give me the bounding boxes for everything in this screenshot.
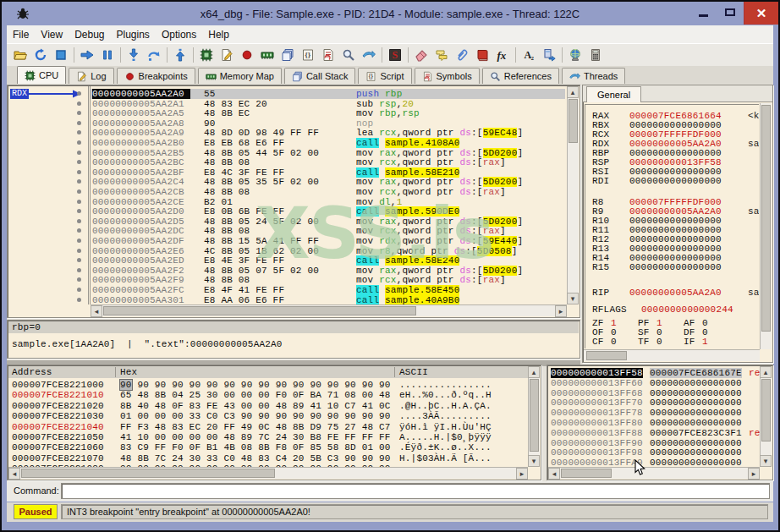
toolbar-symbols-button[interactable]: [318, 46, 338, 65]
minimize-button[interactable]: [691, 2, 716, 23]
title-bar[interactable]: x64_dbg - File: Sample.exe - PID: 21D4 -…: [2, 2, 778, 25]
flags-row[interactable]: OF0SF0DF0: [585, 327, 759, 337]
toolbar-comments-button[interactable]: [431, 46, 452, 65]
register-row[interactable]: RCX000007FFFFFDF000: [585, 129, 759, 139]
breakpoint-dot[interactable]: [77, 219, 81, 223]
scroll-up-button[interactable]: ▴: [567, 86, 579, 98]
breakpoint-dot[interactable]: [77, 298, 81, 302]
register-row[interactable]: RAX000007FCE6861664<k: [585, 111, 759, 120]
toolbar-execute-till-return-button[interactable]: [170, 46, 190, 65]
disassembly-row[interactable]: 00000000005AA2B0E8 EB 68 E6 FFcall sampl…: [91, 138, 565, 148]
tab-references[interactable]: References: [482, 68, 559, 84]
breakpoint-dot[interactable]: [77, 111, 81, 115]
stack-row[interactable]: 000000000013FF58000007FCE686167Ere: [548, 368, 759, 378]
scroll-down-button[interactable]: ▾: [528, 455, 540, 467]
dump-column-header[interactable]: Address: [12, 367, 52, 377]
scroll-left-button[interactable]: ◂: [548, 468, 560, 480]
stack-vscrollbar[interactable]: ▴▾: [760, 366, 772, 467]
stack-row[interactable]: 000000000013FF900000000000000000: [548, 438, 759, 448]
tab-symbols[interactable]: Symbols: [415, 68, 480, 84]
tab-threads[interactable]: Threads: [562, 68, 625, 84]
toolbar-update-button[interactable]: [565, 46, 585, 65]
tab-call-stack[interactable]: Call Stack: [284, 68, 356, 84]
toolbar-threads-button[interactable]: [359, 46, 379, 65]
breakpoint-dot[interactable]: [77, 209, 81, 213]
maximize-button[interactable]: [717, 2, 743, 23]
toolbar-call-stack-button[interactable]: [277, 46, 298, 65]
disassembly-row[interactable]: 00000000005AA2D548 8B 05 24 5F 02 00mov …: [91, 217, 565, 227]
disassembly-row[interactable]: 00000000005AA2C448 8B 05 35 5F 02 00mov …: [91, 177, 565, 187]
scrollbar-thumb[interactable]: [761, 379, 771, 442]
menu-help[interactable]: Help: [202, 26, 235, 43]
breakpoint-dot[interactable]: [77, 121, 81, 125]
dump-row[interactable]: 000007FCE822100090 90 90 90 90 90 90 90 …: [8, 380, 527, 390]
toolbar-attach-button[interactable]: [452, 46, 472, 65]
dump-row[interactable]: 000007FCE822107048 8B 7C 24 30 33 C0 48 …: [8, 453, 527, 463]
toolbar-step-into-button[interactable]: [124, 46, 144, 65]
registers-vscrollbar[interactable]: [760, 103, 772, 349]
register-row[interactable]: R120000000000000000: [585, 234, 759, 244]
registers-list[interactable]: RAX000007FCE6861664<kRBX0000000000000000…: [585, 104, 759, 348]
dump-hscrollbar[interactable]: ◂▸: [8, 467, 528, 479]
toolbar-restart-button[interactable]: [30, 46, 51, 65]
toolbar-close-button[interactable]: [51, 46, 71, 65]
breakpoint-dot[interactable]: [77, 277, 81, 282]
dump-row[interactable]: 000007FCE822106083 C9 FF F0 0F B1 4B 08 …: [8, 442, 527, 452]
menu-plugins[interactable]: Plugins: [111, 26, 156, 43]
dump-column-header[interactable]: Hex: [120, 367, 137, 377]
tab-breakpoints[interactable]: Breakpoints: [117, 68, 195, 84]
toolbar-log-button[interactable]: [217, 46, 237, 65]
toolbar-pause-button[interactable]: [97, 46, 118, 65]
flags-row[interactable]: ZF1PF1AF0: [585, 318, 759, 327]
toolbar-memory-map-button[interactable]: [257, 46, 277, 65]
disassembly-row[interactable]: 00000000005AA2A948 8D 0D 98 49 FF FFlea …: [91, 128, 565, 138]
stack-row[interactable]: 000000000013FF600000000000000000: [548, 378, 759, 388]
dump-row[interactable]: 000007FCE822105041 10 00 00 00 00 48 89 …: [8, 432, 527, 442]
toolbar-text-button[interactable]: A2: [519, 46, 539, 65]
register-row[interactable]: RBX0000000000000000: [585, 120, 759, 129]
scroll-down-button[interactable]: ▾: [760, 455, 772, 467]
toolbar-eraser-button[interactable]: [411, 46, 431, 65]
stack-row[interactable]: 000000000013FF980000000000000000: [548, 447, 759, 458]
stack-row[interactable]: 000000000013FF680000000000000000: [548, 388, 759, 398]
disassembly-row[interactable]: 00000000005AA2A548 8B ECmov rbp,rsp: [91, 108, 565, 118]
scrollbar-thumb[interactable]: [586, 351, 627, 360]
breakpoint-dot[interactable]: [77, 200, 81, 204]
toolbar-open-button[interactable]: [10, 46, 30, 65]
breakpoint-dot[interactable]: [77, 189, 81, 194]
registers-hscrollbar[interactable]: [584, 349, 760, 361]
scroll-up-button[interactable]: ▴: [760, 366, 772, 378]
disassembly-row[interactable]: 00000000005AA2F948 8B 08mov rcx,qword pt…: [91, 275, 565, 285]
breakpoint-dot[interactable]: [77, 130, 81, 134]
breakpoint-dot[interactable]: [77, 288, 81, 292]
toolbar-functions-button[interactable]: fx: [492, 46, 513, 65]
disassembly-row[interactable]: 00000000005AA2BC48 8B 08mov rcx,qword pt…: [91, 157, 565, 167]
dump-row[interactable]: 000007FCE8221040FF F3 48 83 EC 20 FF 49 …: [8, 422, 527, 432]
disassembly-row[interactable]: 00000000005AA2CB48 8B 08mov rcx,qword pt…: [91, 187, 565, 197]
breakpoint-dot[interactable]: [77, 228, 81, 233]
register-row[interactable]: R140000000000000000: [585, 253, 759, 262]
toolbar-cpu-button[interactable]: [196, 46, 217, 65]
menu-options[interactable]: Options: [156, 26, 202, 43]
toolbar-scylla-button[interactable]: S: [385, 46, 405, 65]
disassembly-row[interactable]: 00000000005AA2DF48 8B 15 5A 41 FF FFmov …: [91, 236, 565, 246]
scrollbar-thumb[interactable]: [21, 469, 275, 478]
disassembly-row[interactable]: 00000000005AA2E64C 8B 05 1B 62 02 00mov …: [91, 246, 565, 256]
menu-file[interactable]: File: [7, 26, 35, 43]
breakpoint-dot[interactable]: [77, 249, 81, 253]
disassembly-row[interactable]: 00000000005AA2A148 83 EC 20sub rsp,20: [91, 99, 565, 109]
disassembly-row[interactable]: 00000000005AA2FCE8 4F 41 FE FFcall sampl…: [91, 285, 565, 295]
toolbar-patches-button[interactable]: [539, 46, 559, 65]
menu-debug[interactable]: Debug: [69, 26, 110, 43]
scrollbar-thumb[interactable]: [561, 469, 612, 478]
dump-row[interactable]: 000007FCE822103001 00 00 00 33 C0 C3 90 …: [8, 411, 527, 421]
tab-log[interactable]: Log: [69, 68, 113, 84]
stack-row[interactable]: 000000000013FF700000000000000000: [548, 398, 759, 408]
breakpoint-dot[interactable]: [77, 179, 81, 184]
tab-memory-map[interactable]: Memory Map: [198, 68, 282, 84]
dump-row[interactable]: 000007FCE82210208B 40 48 0F 83 FE 43 00 …: [8, 401, 527, 411]
disassembly-row[interactable]: 00000000005AA2D0E8 0B 6B FE FFcall sampl…: [91, 206, 565, 217]
stack-row[interactable]: 000000000013FF780000000000000000: [548, 408, 759, 418]
breakpoint-dot[interactable]: [77, 258, 81, 262]
register-row[interactable]: R150000000000000000: [585, 262, 759, 271]
